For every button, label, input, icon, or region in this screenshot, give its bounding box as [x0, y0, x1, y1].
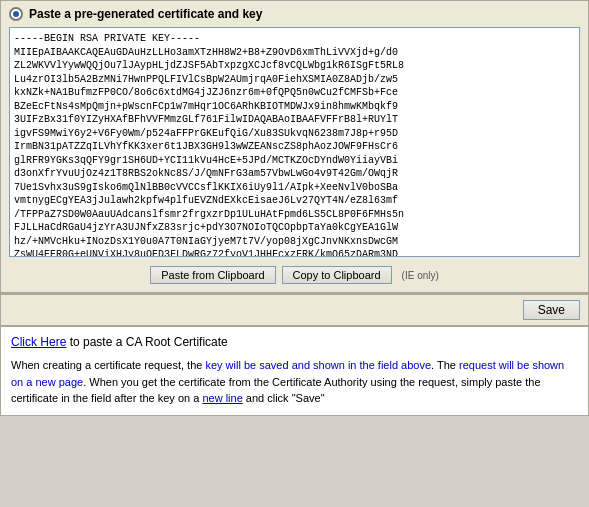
main-container: Paste a pre-generated certificate and ke…: [0, 0, 589, 416]
info-section: Click Here to paste a CA Root Certificat…: [1, 327, 588, 415]
ca-link-row: Click Here to paste a CA Root Certificat…: [11, 335, 578, 349]
highlight-newline: new line: [202, 392, 242, 404]
bottom-toolbar: Save: [1, 294, 588, 327]
highlight-key: key will be saved and shown in the field…: [205, 359, 431, 371]
ie-only-label: (IE only): [402, 270, 439, 281]
ca-root-link[interactable]: Click Here: [11, 335, 66, 349]
key-textarea[interactable]: [9, 27, 580, 257]
textarea-wrapper: [9, 27, 580, 260]
cert-header-label: Paste a pre-generated certificate and ke…: [29, 7, 262, 21]
info-paragraph: When creating a certificate request, the…: [11, 357, 578, 407]
cert-header: Paste a pre-generated certificate and ke…: [9, 7, 580, 21]
save-button[interactable]: Save: [523, 300, 580, 320]
cert-section: Paste a pre-generated certificate and ke…: [1, 1, 588, 294]
copy-to-clipboard-button[interactable]: Copy to Clipboard: [282, 266, 392, 284]
paste-from-clipboard-button[interactable]: Paste from Clipboard: [150, 266, 275, 284]
ca-link-suffix: to paste a CA Root Certificate: [66, 335, 227, 349]
textarea-buttons: Paste from Clipboard Copy to Clipboard (…: [9, 266, 580, 284]
radio-indicator[interactable]: [9, 7, 23, 21]
